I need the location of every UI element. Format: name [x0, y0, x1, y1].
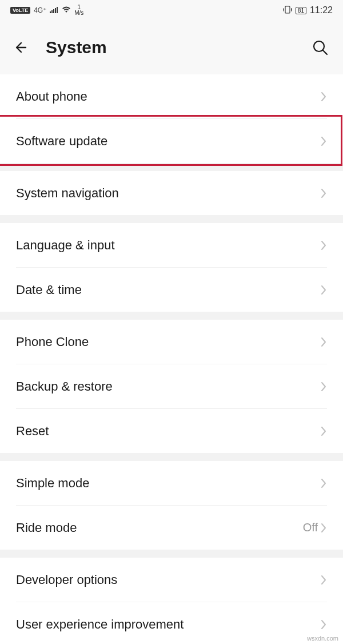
- chevron-right-icon: [320, 522, 327, 534]
- about-phone-row[interactable]: About phone: [0, 74, 343, 118]
- software-update-row[interactable]: Software update: [0, 119, 343, 163]
- back-arrow-icon: [14, 40, 29, 55]
- chevron-right-icon: [320, 619, 327, 630]
- wifi-icon: [62, 6, 71, 15]
- item-label: System navigation: [16, 186, 320, 201]
- date-time-row[interactable]: Date & time: [0, 268, 343, 312]
- phone-clone-row[interactable]: Phone Clone: [0, 320, 343, 364]
- search-button[interactable]: [311, 38, 329, 57]
- svg-line-7: [323, 50, 327, 54]
- backup-restore-row[interactable]: Backup & restore: [0, 364, 343, 408]
- developer-options-row[interactable]: Developer options: [0, 558, 343, 602]
- status-bar: VoLTE 4G⁺ 1 M/s 81 11:22: [0, 0, 343, 21]
- ride-mode-row[interactable]: Ride modeOff: [0, 506, 343, 550]
- settings-group: Phone CloneBackup & restoreReset: [0, 320, 343, 453]
- item-label: Reset: [16, 424, 320, 439]
- chevron-right-icon: [320, 284, 327, 296]
- item-label: Backup & restore: [16, 379, 320, 394]
- speed-indicator: 1 M/s: [74, 5, 83, 16]
- reset-row[interactable]: Reset: [0, 409, 343, 453]
- item-label: Software update: [16, 134, 320, 149]
- clock: 11:22: [310, 5, 333, 15]
- signal-icon: [50, 6, 58, 15]
- back-button[interactable]: [14, 39, 30, 55]
- settings-group: Simple modeRide modeOff: [0, 461, 343, 550]
- settings-group: Language & inputDate & time: [0, 223, 343, 312]
- speed-unit: M/s: [74, 10, 83, 16]
- item-label: Developer options: [16, 573, 320, 587]
- status-right: 81 11:22: [283, 5, 333, 15]
- item-label: User experience improvement: [16, 617, 320, 632]
- system-navigation-row[interactable]: System navigation: [0, 171, 343, 215]
- user-experience-improvement-row[interactable]: User experience improvement: [0, 602, 343, 644]
- svg-rect-3: [55, 8, 56, 13]
- header: System: [0, 21, 343, 74]
- chevron-right-icon: [320, 91, 327, 102]
- item-label: Language & input: [16, 238, 320, 253]
- battery-indicator: 81: [296, 7, 306, 14]
- chevron-right-icon: [320, 478, 327, 489]
- svg-rect-1: [51, 10, 53, 13]
- settings-group: About phoneSoftware update: [0, 74, 343, 163]
- item-value: Off: [303, 521, 318, 534]
- chevron-right-icon: [320, 188, 327, 199]
- settings-list: About phoneSoftware updateSystem navigat…: [0, 74, 343, 644]
- svg-rect-4: [57, 7, 58, 13]
- simple-mode-row[interactable]: Simple mode: [0, 461, 343, 505]
- network-indicator: 4G⁺: [34, 6, 46, 14]
- item-label: Simple mode: [16, 476, 320, 491]
- chevron-right-icon: [320, 381, 327, 392]
- svg-rect-2: [53, 9, 54, 13]
- chevron-right-icon: [320, 574, 327, 586]
- watermark: wsxdn.com: [307, 635, 338, 642]
- settings-group: Developer optionsUser experience improve…: [0, 558, 343, 644]
- page-title: System: [46, 38, 295, 57]
- item-label: Date & time: [16, 283, 320, 297]
- chevron-right-icon: [320, 136, 327, 147]
- svg-rect-0: [50, 11, 51, 13]
- status-left: VoLTE 4G⁺ 1 M/s: [10, 5, 83, 16]
- item-label: Phone Clone: [16, 335, 320, 349]
- search-icon: [312, 39, 328, 55]
- item-label: About phone: [16, 89, 320, 104]
- chevron-right-icon: [320, 336, 327, 348]
- chevron-right-icon: [320, 240, 327, 251]
- settings-group: System navigation: [0, 171, 343, 215]
- language-input-row[interactable]: Language & input: [0, 223, 343, 267]
- volte-badge: VoLTE: [10, 7, 30, 14]
- item-label: Ride mode: [16, 520, 303, 535]
- svg-rect-5: [285, 6, 290, 13]
- chevron-right-icon: [320, 426, 327, 437]
- vibrate-icon: [283, 6, 292, 15]
